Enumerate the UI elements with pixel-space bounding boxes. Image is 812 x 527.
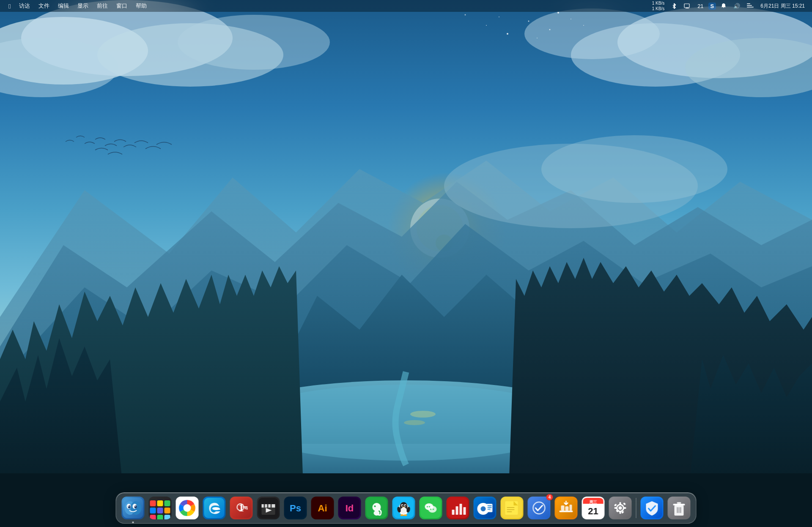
svg-rect-43 <box>747 5 752 6</box>
dock-app-tasks[interactable]: 4 <box>527 495 552 521</box>
sound-icon[interactable]: 🔊 <box>731 2 742 10</box>
datetime-display[interactable]: 6月21日 周三 15:21 <box>758 2 807 11</box>
svg-point-100 <box>433 509 434 510</box>
svg-rect-109 <box>487 504 493 512</box>
svg-point-17 <box>549 29 551 30</box>
svg-rect-118 <box>507 509 515 510</box>
svg-rect-117 <box>507 507 515 508</box>
svg-point-16 <box>499 16 499 17</box>
svg-rect-66 <box>262 504 264 508</box>
svg-point-93 <box>404 514 407 516</box>
svg-rect-67 <box>265 504 267 508</box>
photoshop-icon: Ps <box>284 497 307 519</box>
apple-menu[interactable]:  <box>5 2 14 11</box>
svg-point-91 <box>401 507 407 514</box>
dock-app-systemprefs[interactable] <box>608 495 633 521</box>
dock-app-1password[interactable]: 1 <box>229 495 254 521</box>
dock-app-photos[interactable] <box>175 495 200 521</box>
dock-app-yoink[interactable] <box>554 495 579 521</box>
svg-rect-39 <box>684 4 689 8</box>
svg-rect-44 <box>747 7 754 8</box>
dock-app-trash[interactable] <box>667 495 692 521</box>
svg-point-30 <box>410 411 436 418</box>
svg-point-52 <box>128 505 129 507</box>
dock-app-finder[interactable] <box>121 495 146 521</box>
launchpad-icon <box>149 497 172 519</box>
calendar-dock-icon: 21 周三 <box>582 497 605 519</box>
network-speed[interactable]: 1 KB/s 1 KB/s <box>650 0 667 12</box>
tasks-icon <box>528 497 551 519</box>
dock-app-illustrator[interactable]: Ai <box>310 495 335 521</box>
svg-text:Id: Id <box>346 503 354 513</box>
notification-icon[interactable] <box>719 2 729 10</box>
dock-app-launchpad[interactable] <box>148 495 173 521</box>
dock-app-wechat[interactable] <box>418 495 444 521</box>
svg-rect-151 <box>679 507 680 513</box>
dock-app-indesign[interactable]: Id <box>337 495 362 521</box>
svg-rect-120 <box>529 498 549 518</box>
svg-rect-126 <box>570 505 572 511</box>
svg-rect-62 <box>245 508 246 509</box>
svg-rect-103 <box>456 506 458 515</box>
svg-point-20 <box>537 38 538 38</box>
svg-rect-148 <box>673 504 685 505</box>
finder-dot <box>132 522 134 523</box>
bluetooth-icon[interactable] <box>669 2 679 10</box>
screen-icon[interactable] <box>682 3 693 9</box>
svg-rect-137 <box>620 502 621 505</box>
svg-point-53 <box>134 505 136 507</box>
menu-file[interactable]: 文件 <box>35 1 53 11</box>
svg-rect-42 <box>747 3 750 4</box>
wps-icon <box>447 497 469 519</box>
svg-point-15 <box>528 21 529 22</box>
qq-icon <box>392 497 415 519</box>
svg-text:21: 21 <box>588 506 598 516</box>
svg-rect-124 <box>561 505 565 511</box>
claquette-icon <box>257 497 280 519</box>
menu-help[interactable]: 帮助 <box>132 1 150 11</box>
dock-app-calendar[interactable]: 21 周三 <box>581 495 606 521</box>
svg-rect-125 <box>565 506 569 511</box>
calendar-menubar-icon[interactable]: 21 <box>695 2 705 10</box>
svg-point-19 <box>486 25 487 26</box>
svg-rect-150 <box>677 507 678 513</box>
dock-app-outlook[interactable] <box>472 495 498 521</box>
svg-point-22 <box>583 25 584 26</box>
illustrator-icon: Ai <box>311 497 334 519</box>
systemprefs-icon <box>609 497 632 519</box>
svg-rect-68 <box>269 504 271 508</box>
svg-rect-119 <box>507 511 512 512</box>
svg-rect-104 <box>460 504 462 515</box>
svg-point-55 <box>184 504 191 512</box>
svg-text:周三: 周三 <box>589 500 597 504</box>
svg-rect-105 <box>464 507 466 515</box>
menu-view[interactable]: 显示 <box>74 1 92 11</box>
menu-window[interactable]: 窗口 <box>113 1 131 11</box>
dock-app-qq[interactable] <box>391 495 417 521</box>
menu-go[interactable]: 前往 <box>93 1 111 11</box>
svg-point-80 <box>374 505 376 507</box>
dock-app-edge[interactable] <box>202 495 227 521</box>
dock-app-privacy[interactable] <box>639 495 665 521</box>
edge-icon <box>203 497 226 519</box>
svg-rect-69 <box>272 504 275 508</box>
skype-icon[interactable]: S <box>708 3 716 10</box>
tasks-badge: 4 <box>546 494 553 500</box>
menubar-left:  访达 文件 编辑 显示 前往 窗口 帮助 <box>5 1 150 11</box>
svg-rect-40 <box>686 8 689 8</box>
svg-rect-60 <box>243 506 248 508</box>
dock-app-claquette[interactable] <box>256 495 281 521</box>
trash-icon <box>668 497 691 519</box>
dock-separator <box>636 498 636 518</box>
dock-app-photoshop[interactable]: Ps <box>283 495 308 521</box>
menu-extra-icon[interactable] <box>745 3 756 9</box>
dock-app-evernote[interactable] <box>364 495 390 521</box>
dock: 1 <box>116 492 697 524</box>
svg-rect-41 <box>685 8 689 9</box>
svg-rect-110 <box>488 505 492 506</box>
dock-app-stickies[interactable] <box>499 495 525 521</box>
menu-edit[interactable]: 编辑 <box>55 1 72 11</box>
dock-app-wps[interactable] <box>445 495 471 521</box>
menu-finder[interactable]: 访达 <box>16 1 33 11</box>
svg-point-99 <box>430 509 431 510</box>
